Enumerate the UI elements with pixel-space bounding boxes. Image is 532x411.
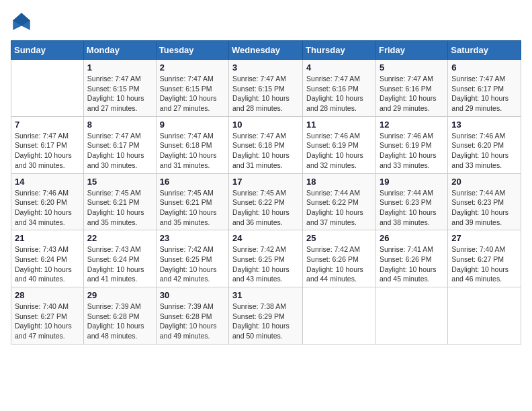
day-info: Sunrise: 7:39 AMSunset: 6:28 PMDaylight:… bbox=[160, 302, 225, 341]
calendar-cell: 3Sunrise: 7:47 AMSunset: 6:15 PMDaylight… bbox=[229, 60, 303, 117]
day-info: Sunrise: 7:47 AMSunset: 6:17 PMDaylight:… bbox=[15, 131, 80, 171]
day-number: 2 bbox=[160, 62, 225, 73]
day-header-wednesday: Wednesday bbox=[229, 41, 303, 60]
day-number: 18 bbox=[306, 177, 372, 187]
calendar-cell: 23Sunrise: 7:42 AMSunset: 6:25 PMDayligh… bbox=[156, 230, 228, 287]
day-info: Sunrise: 7:46 AMSunset: 6:20 PMDaylight:… bbox=[15, 188, 80, 228]
day-info: Sunrise: 7:47 AMSunset: 6:16 PMDaylight:… bbox=[380, 74, 444, 113]
day-info: Sunrise: 7:47 AMSunset: 6:15 PMDaylight:… bbox=[232, 74, 299, 113]
day-number: 26 bbox=[380, 233, 444, 243]
calendar-cell: 28Sunrise: 7:40 AMSunset: 6:27 PMDayligh… bbox=[11, 287, 84, 345]
calendar-cell: 25Sunrise: 7:42 AMSunset: 6:26 PMDayligh… bbox=[303, 230, 376, 287]
day-number: 31 bbox=[232, 290, 299, 300]
calendar-cell: 29Sunrise: 7:39 AMSunset: 6:28 PMDayligh… bbox=[83, 287, 156, 345]
day-number: 13 bbox=[451, 120, 517, 130]
day-info: Sunrise: 7:42 AMSunset: 6:26 PMDaylight:… bbox=[306, 244, 372, 284]
day-info: Sunrise: 7:47 AMSunset: 6:17 PMDaylight:… bbox=[87, 131, 152, 171]
day-info: Sunrise: 7:47 AMSunset: 6:16 PMDaylight:… bbox=[306, 74, 372, 113]
calendar-cell: 21Sunrise: 7:43 AMSunset: 6:24 PMDayligh… bbox=[11, 230, 84, 287]
calendar-cell: 17Sunrise: 7:45 AMSunset: 6:22 PMDayligh… bbox=[229, 173, 303, 230]
week-row-3: 14Sunrise: 7:46 AMSunset: 6:20 PMDayligh… bbox=[11, 173, 521, 230]
calendar-cell: 1Sunrise: 7:47 AMSunset: 6:15 PMDaylight… bbox=[83, 60, 156, 117]
calendar-cell: 18Sunrise: 7:44 AMSunset: 6:22 PMDayligh… bbox=[303, 173, 376, 230]
day-info: Sunrise: 7:40 AMSunset: 6:27 PMDaylight:… bbox=[15, 302, 80, 341]
day-info: Sunrise: 7:47 AMSunset: 6:15 PMDaylight:… bbox=[160, 74, 225, 113]
calendar-cell: 8Sunrise: 7:47 AMSunset: 6:17 PMDaylight… bbox=[83, 116, 156, 173]
day-info: Sunrise: 7:40 AMSunset: 6:27 PMDaylight:… bbox=[451, 244, 517, 284]
calendar-cell: 11Sunrise: 7:46 AMSunset: 6:19 PMDayligh… bbox=[303, 116, 376, 173]
day-number: 19 bbox=[380, 177, 444, 187]
day-number: 10 bbox=[232, 120, 299, 130]
calendar-cell: 24Sunrise: 7:42 AMSunset: 6:25 PMDayligh… bbox=[229, 230, 303, 287]
day-info: Sunrise: 7:46 AMSunset: 6:19 PMDaylight:… bbox=[380, 131, 444, 171]
day-info: Sunrise: 7:39 AMSunset: 6:28 PMDaylight:… bbox=[87, 302, 152, 341]
day-number: 20 bbox=[451, 177, 517, 187]
day-number: 15 bbox=[87, 177, 152, 187]
calendar-cell bbox=[303, 287, 376, 345]
calendar-cell: 10Sunrise: 7:47 AMSunset: 6:18 PMDayligh… bbox=[229, 116, 303, 173]
day-number: 8 bbox=[87, 120, 152, 130]
calendar-cell: 16Sunrise: 7:45 AMSunset: 6:21 PMDayligh… bbox=[156, 173, 228, 230]
week-row-1: 1Sunrise: 7:47 AMSunset: 6:15 PMDaylight… bbox=[11, 60, 521, 117]
logo bbox=[11, 11, 35, 32]
day-header-tuesday: Tuesday bbox=[156, 41, 228, 60]
day-number: 28 bbox=[15, 290, 80, 300]
calendar-cell bbox=[11, 60, 84, 117]
day-info: Sunrise: 7:44 AMSunset: 6:22 PMDaylight:… bbox=[306, 188, 372, 228]
day-info: Sunrise: 7:47 AMSunset: 6:17 PMDaylight:… bbox=[451, 74, 517, 113]
day-info: Sunrise: 7:46 AMSunset: 6:19 PMDaylight:… bbox=[306, 131, 372, 171]
calendar-cell: 2Sunrise: 7:47 AMSunset: 6:15 PMDaylight… bbox=[156, 60, 228, 117]
calendar-cell bbox=[375, 287, 447, 345]
day-header-monday: Monday bbox=[83, 41, 156, 60]
calendar-cell: 5Sunrise: 7:47 AMSunset: 6:16 PMDaylight… bbox=[375, 60, 447, 117]
day-number: 3 bbox=[232, 62, 299, 73]
calendar-cell: 30Sunrise: 7:39 AMSunset: 6:28 PMDayligh… bbox=[156, 287, 228, 345]
calendar-cell: 6Sunrise: 7:47 AMSunset: 6:17 PMDaylight… bbox=[448, 60, 521, 117]
day-number: 7 bbox=[15, 120, 80, 130]
calendar-cell: 15Sunrise: 7:45 AMSunset: 6:21 PMDayligh… bbox=[83, 173, 156, 230]
day-info: Sunrise: 7:47 AMSunset: 6:15 PMDaylight:… bbox=[87, 74, 152, 113]
calendar-cell: 14Sunrise: 7:46 AMSunset: 6:20 PMDayligh… bbox=[11, 173, 84, 230]
logo-icon bbox=[11, 11, 32, 32]
day-number: 9 bbox=[160, 120, 225, 130]
calendar-cell: 27Sunrise: 7:40 AMSunset: 6:27 PMDayligh… bbox=[448, 230, 521, 287]
calendar-cell: 26Sunrise: 7:41 AMSunset: 6:26 PMDayligh… bbox=[375, 230, 447, 287]
day-number: 16 bbox=[160, 177, 225, 187]
day-header-friday: Friday bbox=[375, 41, 447, 60]
day-info: Sunrise: 7:44 AMSunset: 6:23 PMDaylight:… bbox=[380, 188, 444, 228]
day-number: 11 bbox=[306, 120, 372, 130]
calendar-cell: 4Sunrise: 7:47 AMSunset: 6:16 PMDaylight… bbox=[303, 60, 376, 117]
calendar-cell: 9Sunrise: 7:47 AMSunset: 6:18 PMDaylight… bbox=[156, 116, 228, 173]
calendar-header-row: SundayMondayTuesdayWednesdayThursdayFrid… bbox=[11, 41, 521, 60]
day-number: 5 bbox=[380, 62, 444, 73]
day-number: 6 bbox=[451, 62, 517, 73]
day-info: Sunrise: 7:46 AMSunset: 6:20 PMDaylight:… bbox=[451, 131, 517, 171]
calendar-cell: 22Sunrise: 7:43 AMSunset: 6:24 PMDayligh… bbox=[83, 230, 156, 287]
calendar-cell: 19Sunrise: 7:44 AMSunset: 6:23 PMDayligh… bbox=[375, 173, 447, 230]
day-number: 30 bbox=[160, 290, 225, 300]
day-info: Sunrise: 7:42 AMSunset: 6:25 PMDaylight:… bbox=[160, 244, 225, 284]
page-header bbox=[11, 11, 521, 32]
day-info: Sunrise: 7:45 AMSunset: 6:22 PMDaylight:… bbox=[232, 188, 299, 228]
day-info: Sunrise: 7:38 AMSunset: 6:29 PMDaylight:… bbox=[232, 302, 299, 341]
day-info: Sunrise: 7:47 AMSunset: 6:18 PMDaylight:… bbox=[232, 131, 299, 171]
week-row-4: 21Sunrise: 7:43 AMSunset: 6:24 PMDayligh… bbox=[11, 230, 521, 287]
calendar-cell bbox=[448, 287, 521, 345]
calendar-cell: 31Sunrise: 7:38 AMSunset: 6:29 PMDayligh… bbox=[229, 287, 303, 345]
week-row-2: 7Sunrise: 7:47 AMSunset: 6:17 PMDaylight… bbox=[11, 116, 521, 173]
day-info: Sunrise: 7:45 AMSunset: 6:21 PMDaylight:… bbox=[87, 188, 152, 228]
day-header-saturday: Saturday bbox=[448, 41, 521, 60]
day-header-thursday: Thursday bbox=[303, 41, 376, 60]
day-info: Sunrise: 7:45 AMSunset: 6:21 PMDaylight:… bbox=[160, 188, 225, 228]
day-header-sunday: Sunday bbox=[11, 41, 84, 60]
day-number: 4 bbox=[306, 62, 372, 73]
day-info: Sunrise: 7:43 AMSunset: 6:24 PMDaylight:… bbox=[87, 244, 152, 284]
day-info: Sunrise: 7:42 AMSunset: 6:25 PMDaylight:… bbox=[232, 244, 299, 284]
calendar-table: SundayMondayTuesdayWednesdayThursdayFrid… bbox=[11, 40, 521, 345]
calendar-cell: 20Sunrise: 7:44 AMSunset: 6:23 PMDayligh… bbox=[448, 173, 521, 230]
day-number: 23 bbox=[160, 233, 225, 243]
day-number: 1 bbox=[87, 62, 152, 73]
day-number: 22 bbox=[87, 233, 152, 243]
day-number: 27 bbox=[451, 233, 517, 243]
day-info: Sunrise: 7:47 AMSunset: 6:18 PMDaylight:… bbox=[160, 131, 225, 171]
